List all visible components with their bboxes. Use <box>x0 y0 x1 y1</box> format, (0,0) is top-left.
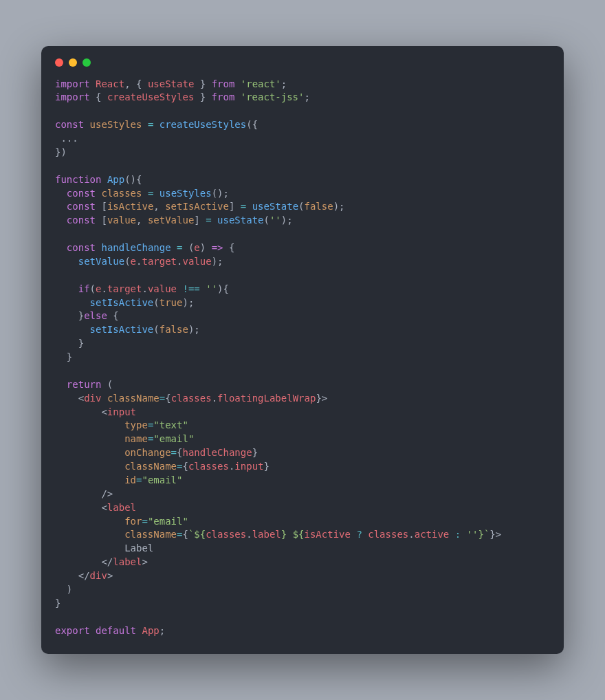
maximize-icon[interactable] <box>82 58 91 67</box>
minimize-icon[interactable] <box>69 58 77 67</box>
code-block: import React, { useState } from 'react';… <box>41 78 564 638</box>
close-icon[interactable] <box>55 58 63 67</box>
code-window: import React, { useState } from 'react';… <box>41 46 564 655</box>
window-titlebar <box>41 58 564 78</box>
